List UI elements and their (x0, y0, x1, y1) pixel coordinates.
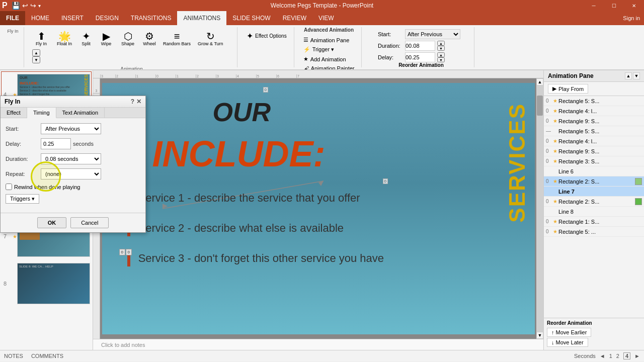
grow-turn-icon: ↻ (206, 31, 215, 41)
anim-item-rect2b[interactable]: 0 ★ Rectangle 2: S... (544, 197, 644, 207)
customize-icon[interactable]: ▾ (38, 3, 41, 9)
scroll-right-btn[interactable]: ► (634, 353, 640, 359)
tab-file[interactable]: FILE (0, 11, 25, 25)
anim-item-6[interactable]: 0 ★ Rectangle 3: S... (544, 156, 644, 166)
tab-insert[interactable]: INSERT (55, 11, 90, 25)
anim-wipe[interactable]: ▶ Wipe (97, 29, 116, 48)
redo-icon[interactable]: ↪ (30, 2, 36, 10)
anim-item-2[interactable]: 0 ★ Rectangle 9: S... (544, 116, 644, 126)
anim-scroll-down[interactable]: ▼ (32, 56, 40, 63)
triggers-button[interactable]: Triggers ▾ (6, 194, 39, 204)
anim-item-rect2a[interactable]: 0 ★ Rectangle 2: S... (544, 176, 644, 187)
anim-split[interactable]: ✦ Split (76, 29, 96, 48)
move-earlier-anim-btn[interactable]: ↑ Move Earlier (547, 328, 591, 337)
tab-home[interactable]: HOME (25, 11, 55, 25)
anim-wheel[interactable]: ⚙ Wheel (140, 29, 159, 48)
dialog-title-bar[interactable]: Fly In ? ✕ (1, 96, 145, 108)
dialog-rewind-checkbox[interactable] (6, 184, 12, 190)
dialog-title-text: Fly In (5, 98, 20, 105)
dialog-duration-select[interactable]: 0.08 seconds 0.5 seconds 1 second (41, 153, 101, 164)
animation-pane-btn[interactable]: ☰ Animation Pane (300, 36, 358, 44)
slide-item-8[interactable]: 8 ★ SLIDE 8: WE CA... HELP (1, 260, 92, 307)
anim-item-1[interactable]: 0 ★ Rectangle 4: l... (544, 106, 644, 116)
delay-input[interactable] (405, 52, 435, 62)
dialog-close-icon[interactable]: ✕ (136, 98, 141, 105)
anim-item-3[interactable]: — ★ Rectangle 5: S... (544, 126, 644, 136)
dialog-ok-btn[interactable]: OK (37, 217, 67, 228)
minimize-button[interactable]: ─ (584, 0, 604, 11)
start-select[interactable]: After Previous On Click With Previous (405, 29, 460, 39)
anim-shape[interactable]: ⬡ Shape (117, 29, 139, 48)
dialog-tab-textanim[interactable]: Text Animation (56, 108, 105, 118)
move-later-anim-btn[interactable]: ↓ Move Later (547, 338, 588, 347)
anim-random-bars[interactable]: ≡ Random Bars (160, 29, 194, 48)
scroll-left-btn[interactable]: ◄ (600, 353, 605, 359)
dialog-tab-effect[interactable]: Effect (1, 108, 27, 118)
anim-item-4[interactable]: 0 ★ Rectangle 4: l... (544, 136, 644, 146)
undo-icon[interactable]: ↩ (22, 2, 28, 10)
slide-canvas[interactable]: 3 2 1 0 1 2 3 4 ▲ ▼ (93, 78, 543, 339)
tab-design[interactable]: DESIGN (90, 11, 125, 25)
trigger-btn[interactable]: ⚡ Trigger ▾ (300, 45, 358, 54)
anim-pane-expand[interactable]: ▲ (625, 72, 632, 79)
dialog-repeat-select[interactable]: (none) 2 3 Until next click (41, 168, 101, 179)
slide[interactable]: 0 0 OUR INCLUDE: SERVICES Service 1 - (102, 83, 535, 334)
page-1[interactable]: 1 (609, 353, 612, 359)
anim-pane-collapse[interactable]: ▼ (633, 72, 640, 79)
duration-label: Duration: (378, 43, 403, 49)
effect-options-icon: ✦ (247, 31, 253, 41)
notes-btn[interactable]: NOTES (4, 353, 23, 359)
anim-item-0[interactable]: 0 ★ Rectangle 5: S... (544, 96, 644, 106)
anim-item-rect1[interactable]: 0 ★ Rectangle 1: S... (544, 217, 644, 227)
dialog-start-select[interactable]: After Previous On Click With Previous (41, 123, 101, 134)
anim-grow-turn[interactable]: ↻ Grow & Turn (195, 29, 226, 48)
tab-transitions[interactable]: TRANSITIONS (125, 11, 178, 25)
save-icon[interactable]: 💾 (12, 2, 20, 10)
tab-review[interactable]: REVIEW (277, 11, 312, 25)
tab-animations[interactable]: ANIMATIONS (177, 11, 226, 25)
duration-input[interactable] (405, 41, 435, 51)
page-4[interactable]: 4 (623, 352, 630, 359)
restore-button[interactable]: ☐ (604, 0, 624, 11)
notes-area[interactable]: Click to add notes (93, 339, 543, 350)
delay-down[interactable]: ▼ (437, 57, 445, 62)
scroll-down-btn[interactable]: ▼ (536, 332, 543, 339)
status-left: NOTES COMMENTS (4, 353, 63, 359)
ribbon-group-animation: ⬆ Fly In 🌟 Float In ✦ Split ▶ Wipe ⬡ Sha… (26, 27, 237, 67)
anim-item-5[interactable]: 0 ★ Rectangle 9: S... (544, 146, 644, 156)
badge-5: 0 (119, 249, 125, 255)
anim-item-line6[interactable]: ★ Line 6 (544, 166, 644, 176)
service-2: Service 2 - describe what else is availa… (127, 221, 344, 236)
anim-pane-icon: ☰ (303, 37, 308, 43)
anim-scroll-btns: ▲ ▼ (32, 49, 40, 63)
effect-options-btn[interactable]: ✦ Effect Options (244, 29, 290, 43)
close-button[interactable]: ✕ (624, 0, 644, 11)
dialog-content: Start: After Previous On Click With Prev… (1, 118, 145, 213)
duration-up[interactable]: ▲ (437, 41, 445, 46)
tab-slideshow[interactable]: SLIDE SHOW (226, 11, 276, 25)
tab-view[interactable]: VIEW (312, 11, 340, 25)
dialog-help-icon[interactable]: ? (131, 98, 134, 105)
dialog-tab-timing[interactable]: Timing (27, 108, 56, 118)
scroll-thumb[interactable] (537, 96, 543, 116)
dialog-delay-input[interactable] (41, 138, 71, 149)
duration-down[interactable]: ▼ (437, 46, 445, 51)
animation-painter-btn[interactable]: 🖌 Animation Painter (300, 64, 358, 70)
page-2[interactable]: 2 (616, 353, 619, 359)
anim-fly-in[interactable]: ⬆ Fly In (30, 29, 52, 48)
ribbon-group-advanced: Advanced Animation ☰ Animation Pane ⚡ Tr… (296, 27, 362, 67)
play-from-btn[interactable]: ▶ Play From (548, 84, 588, 94)
sign-in-link[interactable]: Sign in (623, 11, 640, 25)
anim-item-line7[interactable]: ★ Line 7 (544, 187, 644, 197)
anim-item-line8[interactable]: ★ Line 8 (544, 207, 644, 217)
anim-float-in[interactable]: 🌟 Float In (53, 29, 75, 48)
anim-item-rect5[interactable]: 0 ★ Rectangle 5: ... (544, 227, 644, 237)
delay-up[interactable]: ▲ (437, 52, 445, 57)
dialog-cancel-btn[interactable]: Cancel (70, 217, 109, 228)
comments-btn[interactable]: COMMENTS (31, 353, 63, 359)
scroll-up-btn[interactable]: ▲ (536, 78, 543, 85)
add-animation-btn[interactable]: ★ Add Animation (300, 55, 358, 63)
anim-painter-icon: 🖌 (303, 65, 309, 70)
scroll-track[interactable] (536, 85, 543, 332)
anim-scroll-up[interactable]: ▲ (32, 49, 40, 56)
